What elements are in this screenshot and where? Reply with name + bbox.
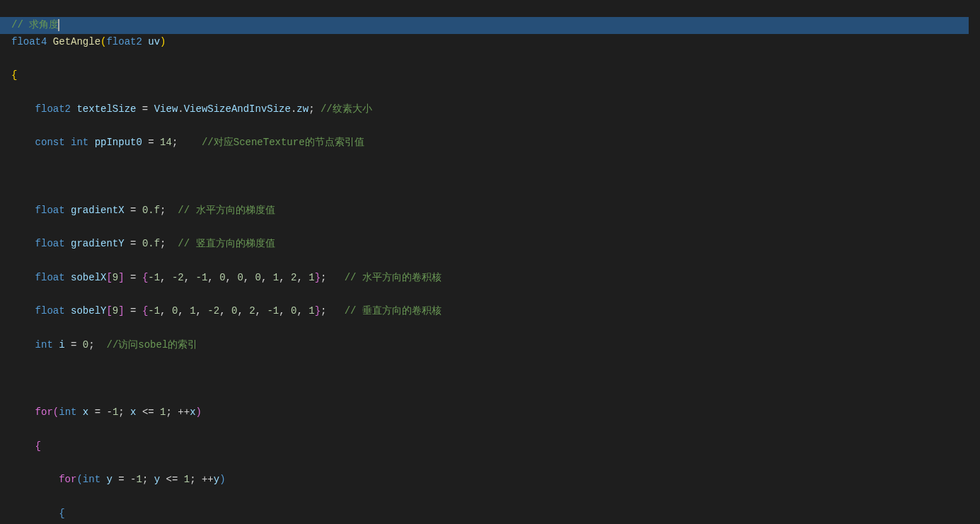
code-editor[interactable]: // 求角度 float4 GetAngle(float2 uv) { floa… — [0, 0, 980, 524]
code-line-selected[interactable]: // 求角度 — [0, 17, 969, 34]
comment: // 求角度 — [11, 19, 59, 30]
code-line[interactable]: float2 textelSize = View.ViewSizeAndInvS… — [11, 101, 980, 118]
text-cursor — [58, 19, 59, 31]
code-line[interactable]: { — [11, 67, 980, 84]
code-line[interactable]: float gradientY = 0.f; // 竖直方向的梯度值 — [11, 236, 980, 253]
code-line[interactable]: { — [11, 438, 980, 455]
code-line[interactable]: float4 GetAngle(float2 uv) — [11, 34, 980, 51]
code-line[interactable]: int i = 0; //访问sobel的索引 — [11, 337, 980, 354]
code-line[interactable]: float gradientX = 0.f; // 水平方向的梯度值 — [11, 203, 980, 220]
code-line[interactable]: for(int y = -1; y <= 1; ++y) — [11, 472, 980, 489]
code-line[interactable]: float sobelX[9] = {-1, -2, -1, 0, 0, 0, … — [11, 270, 980, 287]
code-line[interactable]: float sobelY[9] = {-1, 0, 1, -2, 0, 2, -… — [11, 303, 980, 320]
code-line-blank[interactable] — [11, 371, 980, 388]
code-line[interactable]: { — [11, 506, 980, 523]
code-line-blank[interactable] — [11, 169, 980, 186]
code-line[interactable]: for(int x = -1; x <= 1; ++x) — [11, 404, 980, 421]
code-line[interactable]: const int ppInput0 = 14; //对应SceneTextur… — [11, 135, 980, 152]
